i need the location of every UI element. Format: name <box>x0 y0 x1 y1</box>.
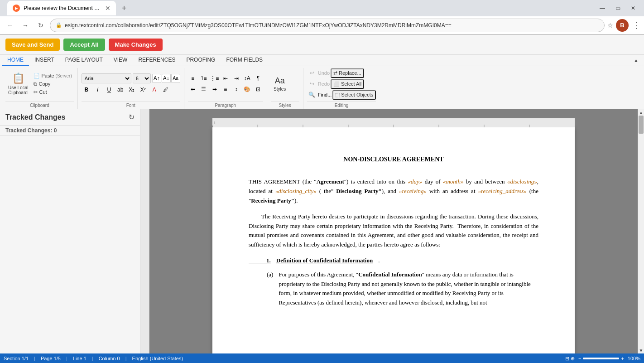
accept-all-button[interactable]: Accept All <box>63 39 105 51</box>
font-row2: B I U ab X₂ X² A 🖊 <box>82 85 180 95</box>
show-hide-button[interactable]: ¶ <box>253 73 263 83</box>
undo-button[interactable]: ↩ <box>307 68 317 78</box>
borders-button[interactable]: ⊡ <box>253 84 263 94</box>
active-tab[interactable]: ▶ Please review the Document - Te ✕ <box>7 1 116 15</box>
line-spacing-button[interactable]: ↕ <box>231 84 241 94</box>
address-bar[interactable]: 🔒 esign.textcontrol.com/collaboration/ed… <box>50 19 605 32</box>
font-size-increase-button[interactable]: A↑ <box>152 74 161 83</box>
status-section: Section 1/1 <box>4 356 29 361</box>
paragraph-label: Paragraph <box>188 102 263 108</box>
select-objects-icon: ⬚ <box>335 92 340 98</box>
bookmark-icon[interactable]: ☆ <box>607 22 613 29</box>
tab-form-fields[interactable]: FORM FIELDS <box>221 55 268 66</box>
increase-indent-button[interactable]: ⇥ <box>231 73 241 83</box>
cut-button[interactable]: ✂ Cut <box>32 88 73 96</box>
ribbon-collapse-button[interactable]: ▲ <box>630 56 642 65</box>
make-changes-button[interactable]: Make Changes <box>109 39 163 51</box>
tracked-changes-count: Tracked Changes: 0 <box>0 126 140 136</box>
browser-menu-button[interactable]: ⋮ <box>632 20 640 30</box>
vertical-scrollbar[interactable]: ▲ ▼ <box>638 109 644 353</box>
justify-button[interactable]: ≡ <box>221 84 231 94</box>
title-bar: ▶ Please review the Document - Te ✕ + — … <box>0 0 644 16</box>
scroll-up-button[interactable]: ▲ <box>638 109 644 116</box>
use-local-clipboard-button[interactable]: 📋 Use LocalClipboard <box>5 71 31 97</box>
clear-formatting-button[interactable]: Aa <box>171 74 180 83</box>
close-button[interactable]: ✕ <box>626 1 640 15</box>
panel-title: Tracked Changes <box>5 113 129 121</box>
clipboard-stack: 📄 Paste (Server) ⧉ Copy ✂ Cut <box>32 72 73 96</box>
subscript-button[interactable]: X₂ <box>127 85 137 95</box>
tab-page-layout[interactable]: PAGE LAYOUT <box>60 55 108 66</box>
align-center-button[interactable]: ☰ <box>199 84 209 94</box>
align-left-button[interactable]: ⬅ <box>188 84 198 94</box>
document-paragraph-2: The Receiving Party hereto desires to pa… <box>249 212 538 250</box>
forward-button[interactable]: → <box>19 19 32 32</box>
browser-chrome: ▶ Please review the Document - Te ✕ + — … <box>0 0 644 35</box>
document-area[interactable]: L NON-DISCLOSURE AGREEMENT <box>149 109 638 353</box>
paste-button[interactable]: 📄 Paste (Server) <box>32 72 73 80</box>
profile-button[interactable]: B <box>616 19 629 32</box>
tab-view[interactable]: VIEW <box>108 55 133 66</box>
bullets-button[interactable]: ≡ <box>188 73 198 83</box>
highlight-button[interactable]: 🖊 <box>161 85 171 95</box>
bold-button[interactable]: B <box>82 85 91 95</box>
superscript-button[interactable]: X² <box>138 85 148 95</box>
styles-button[interactable]: Aa Styles <box>271 74 289 93</box>
sort-button[interactable]: ↕A <box>242 73 252 83</box>
scroll-track[interactable] <box>638 116 644 347</box>
scroll-down-button[interactable]: ▼ <box>638 347 644 353</box>
panel-refresh-icon[interactable]: ↻ <box>129 113 135 121</box>
ribbon-content: 📋 Use LocalClipboard 📄 Paste (Server) ⧉ … <box>0 66 644 109</box>
align-right-button[interactable]: ➡ <box>210 84 220 94</box>
tab-insert[interactable]: INSERT <box>29 55 60 66</box>
status-icons: ⊟ ⊕ <box>565 356 575 362</box>
maximize-button[interactable]: ▭ <box>610 1 625 15</box>
font-size-select[interactable]: 6 <box>133 73 151 83</box>
copy-button[interactable]: ⧉ Copy <box>32 80 73 88</box>
redo-button[interactable]: ↪ <box>307 79 317 89</box>
document-page[interactable]: NON-DISCLOSURE AGREEMENT THIS AGREEMENT … <box>212 127 575 353</box>
window-controls: — ▭ ✕ <box>595 1 640 15</box>
minimize-button[interactable]: — <box>595 1 610 15</box>
underline-button[interactable]: U <box>104 85 114 95</box>
panel-header: Tracked Changes ↻ <box>0 109 140 126</box>
save-and-send-button[interactable]: Save and Send <box>5 39 60 51</box>
svg-rect-1 <box>212 126 213 127</box>
new-tab-button[interactable]: + <box>118 2 130 15</box>
back-button[interactable]: ← <box>4 19 16 32</box>
font-size-buttons: A↑ A↓ Aa <box>152 74 180 83</box>
font-color-button[interactable]: A <box>149 85 159 95</box>
select-objects-button[interactable]: ⬚ Select Objects <box>332 90 376 100</box>
undo-label: Undo <box>318 70 330 76</box>
zoom-in-button[interactable]: + <box>621 356 624 361</box>
cut-icon: ✂ <box>34 89 38 95</box>
use-local-clipboard-label: Use LocalClipboard <box>8 85 28 95</box>
section-1-heading: 1. Definition of Confidential Informatio… <box>249 256 538 266</box>
refresh-button[interactable]: ↻ <box>34 19 47 32</box>
app-container: Save and Send Accept All Make Changes HO… <box>0 35 644 363</box>
multilevel-list-button[interactable]: ⋮≡ <box>210 73 220 83</box>
tab-close-btn[interactable]: ✕ <box>105 5 111 12</box>
section-1-title: Definition of Confidential Information <box>276 256 373 266</box>
tab-references[interactable]: REFERENCES <box>133 55 181 66</box>
scroll-thumb[interactable] <box>639 116 644 134</box>
decrease-indent-button[interactable]: ⇤ <box>221 73 231 83</box>
clipboard-group: 📋 Use LocalClipboard 📄 Paste (Server) ⧉ … <box>2 68 78 109</box>
strikethrough-button[interactable]: ab <box>115 85 125 95</box>
tab-favicon: ▶ <box>13 5 20 12</box>
font-size-decrease-button[interactable]: A↓ <box>162 74 171 83</box>
zoom-slider[interactable] <box>583 358 619 359</box>
select-all-button[interactable]: ⬜ Select All <box>331 79 364 89</box>
tab-proofing[interactable]: PROOFING <box>181 55 221 66</box>
url-text: esign.textcontrol.com/collaboration/edit… <box>65 22 599 29</box>
font-row1: Arial 6 A↑ A↓ Aa <box>82 73 180 83</box>
zoom-bar[interactable]: − + <box>578 356 624 361</box>
replace-button[interactable]: ⇄ Replace... <box>331 68 364 78</box>
italic-button[interactable]: I <box>93 85 103 95</box>
tab-home[interactable]: HOME <box>2 55 29 66</box>
shading-button[interactable]: 🎨 <box>242 84 252 94</box>
font-family-select[interactable]: Arial <box>82 73 131 83</box>
zoom-out-button[interactable]: − <box>578 356 581 361</box>
numbering-button[interactable]: 1≡ <box>199 73 209 83</box>
find-icon-button[interactable]: 🔍 <box>307 90 317 100</box>
